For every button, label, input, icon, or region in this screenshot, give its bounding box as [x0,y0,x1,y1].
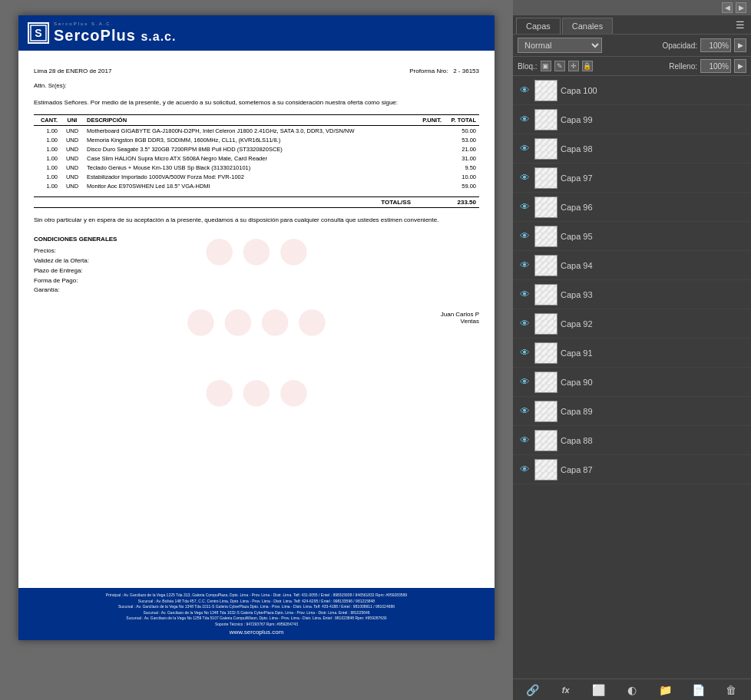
cell-cant: 1.00 [34,154,61,163]
layer-visibility-btn[interactable]: 👁 [518,142,531,156]
layer-thumb-inner [535,460,557,480]
layer-thumb-inner [535,314,557,334]
layer-visibility-btn[interactable]: 👁 [518,259,531,272]
company-logo: S SercoPlus S.A.C. SercoPlus s.a.c. [28,21,176,45]
doc-date: Lima 28 de ENERO de 2017 [34,68,111,74]
layer-visibility-btn[interactable]: 👁 [518,288,531,302]
layer-item[interactable]: 👁 Capa 99 [513,105,751,134]
document-area: S SercoPlus S.A.C. SercoPlus s.a.c. ●●●●… [0,0,513,700]
lock-all-btn[interactable]: 🔒 [582,61,593,71]
cell-punit [410,144,445,154]
footer-line: Principal : Av. Garcilazo de la Vega 122… [25,593,488,599]
layer-visibility-btn[interactable]: 👁 [518,113,531,127]
layer-item[interactable]: 👁 Capa 95 [513,222,751,251]
ps-panel-menu-btn[interactable]: ☰ [736,19,748,31]
cell-cant: 1.00 [34,126,61,136]
layer-thumb-inner [535,168,557,188]
layer-thumbnail [534,255,557,276]
total-label: TOTAL/SS [381,199,411,206]
layer-visibility-btn[interactable]: 👁 [518,171,531,185]
fill-input[interactable] [700,59,731,73]
signer-title: Ventas [34,318,479,325]
layer-item[interactable]: 👁 Capa 98 [513,134,751,163]
ps-tabs-row: Capas Canales ☰ [513,15,751,35]
tab-canales[interactable]: Canales [562,18,613,34]
condition-item: Precios: [34,246,479,256]
doc-body: ●●●●●●●●●● Lima 28 de ENERO de 2017 Prof… [18,51,495,588]
col-header-uni: UNI [61,115,84,126]
ps-collapse-btn[interactable]: ◀ [722,2,733,13]
layer-thumb-inner [535,197,557,217]
adj-layer-btn[interactable]: ◐ [624,682,640,698]
layer-name: Capa 98 [561,144,746,154]
logo-box: S [28,22,49,44]
layer-thumb-inner [535,110,557,130]
new-layer-btn[interactable]: 📄 [690,682,706,698]
layer-visibility-btn[interactable]: 👁 [518,404,531,418]
col-header-ptotal: P. TOTAL [445,115,479,126]
blend-mode-select[interactable]: Normal [518,38,602,53]
layer-item[interactable]: 👁 Capa 90 [513,368,751,397]
layer-thumbnail [534,80,557,101]
intro-text: Estimados Señores. Por medio de la prese… [34,98,479,107]
opacity-input[interactable] [700,38,731,52]
layer-thumbnail [534,371,557,393]
table-row: 1.00 UND Estabilizador Importado 1000VA/… [34,172,479,181]
layer-name: Capa 87 [561,465,746,474]
logo-icon: S [30,25,47,41]
cell-cant: 1.00 [34,135,61,144]
ps-expand-btn[interactable]: ▶ [736,2,746,13]
group-btn[interactable]: 📁 [657,682,673,698]
layer-visibility-btn[interactable]: 👁 [518,200,531,214]
date-proforma-row: Lima 28 de ENERO de 2017 Proforma Nro: 2… [34,68,479,74]
fill-arrow-btn[interactable]: ▶ [734,59,746,73]
cell-ptotal: 53.00 [445,135,479,144]
layer-visibility-btn[interactable]: 👁 [518,317,531,331]
add-mask-btn[interactable]: ⬜ [591,682,607,698]
layer-visibility-btn[interactable]: 👁 [518,375,531,389]
layer-item[interactable]: 👁 Capa 96 [513,193,751,222]
cell-punit [410,126,445,136]
cell-uni: UND [61,172,84,181]
link-layers-btn[interactable]: 🔗 [525,682,541,698]
lock-pixel-btn[interactable]: ▣ [541,61,551,71]
total-value: 233.50 [442,199,476,206]
layer-item[interactable]: 👁 Capa 91 [513,338,751,368]
layer-thumbnail [534,430,557,451]
lock-move-btn[interactable]: ✎ [554,61,565,71]
opacity-arrow-btn[interactable]: ▶ [734,38,746,52]
lock-transform-btn[interactable]: ✛ [568,61,579,71]
layer-item[interactable]: 👁 Capa 92 [513,309,751,338]
cell-desc: Case Slim HALION Supra Micro ATX S608A N… [84,154,410,163]
layer-visibility-btn[interactable]: 👁 [518,229,531,243]
col-header-punit: P.UNIT. [410,115,445,126]
layer-visibility-btn[interactable]: 👁 [518,84,531,97]
layer-item[interactable]: 👁 Capa 100 [513,76,751,105]
footer-line: Sucursal : Av. Bolivia 148 Tda 457, C.C.… [25,599,488,605]
corp-label: SercoPlus S.A.C. [54,21,176,26]
layer-item[interactable]: 👁 Capa 87 [513,455,751,484]
delete-layer-btn[interactable]: 🗑 [723,682,739,698]
layer-thumbnail [534,109,557,130]
layer-item[interactable]: 👁 Capa 89 [513,397,751,426]
layer-visibility-btn[interactable]: 👁 [518,346,531,360]
layer-name: Capa 90 [561,378,746,387]
layer-thumb-inner [535,81,557,101]
layer-item[interactable]: 👁 Capa 97 [513,163,751,193]
layer-item[interactable]: 👁 Capa 88 [513,426,751,455]
layer-item[interactable]: 👁 Capa 94 [513,251,751,280]
cell-ptotal: 50.00 [445,126,479,136]
footer-lines: Principal : Av. Garcilazo de la Vega 122… [25,593,488,627]
cell-punit [410,181,445,190]
layer-item[interactable]: 👁 Capa 93 [513,280,751,309]
cell-cant: 1.00 [34,181,61,190]
col-header-desc: DESCRIPCIÓN [84,115,410,126]
layer-name: Capa 92 [561,319,746,329]
doc-footer: Principal : Av. Garcilazo de la Vega 122… [18,588,495,640]
layer-visibility-btn[interactable]: 👁 [518,463,531,477]
footer-line: Sucursal : Av. Garcilazo de la Vega No 1… [25,616,488,622]
tab-capas[interactable]: Capas [516,18,561,34]
company-name-container: SercoPlus S.A.C. SercoPlus s.a.c. [54,21,176,45]
layer-visibility-btn[interactable]: 👁 [518,434,531,447]
fx-btn[interactable]: fx [558,682,574,698]
